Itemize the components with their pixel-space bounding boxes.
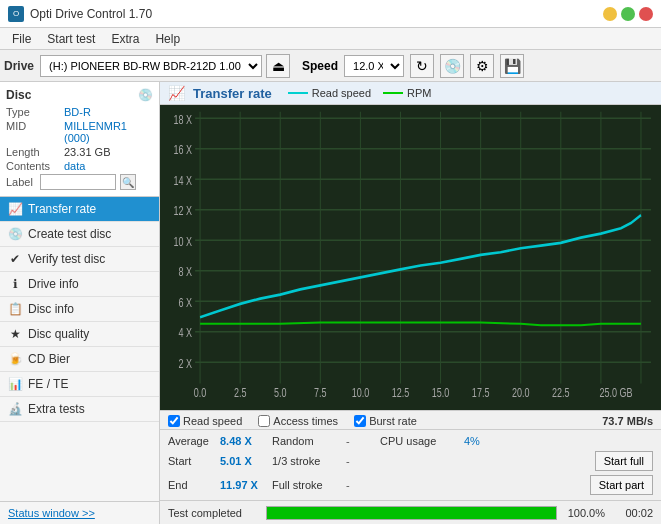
menu-file[interactable]: File xyxy=(4,30,39,48)
progress-percent: 100.0% xyxy=(565,507,605,519)
svg-text:15.0: 15.0 xyxy=(432,385,450,399)
nav-item-disc-info[interactable]: 📋 Disc info xyxy=(0,297,159,322)
disc-length-key: Length xyxy=(6,146,64,158)
svg-text:20.0: 20.0 xyxy=(512,385,530,399)
nav-label-cd-bier: CD Bier xyxy=(28,352,70,366)
stats-full-stroke-val: - xyxy=(346,479,376,491)
titlebar: O Opti Drive Control 1.70 xyxy=(0,0,661,28)
chart-legend: Read speed RPM xyxy=(288,87,432,99)
stats-start-label: Start xyxy=(168,455,216,467)
disc-label-button[interactable]: 🔍 xyxy=(120,174,136,190)
legend-read-speed-label: Read speed xyxy=(312,87,371,99)
burst-rate-checkbox[interactable] xyxy=(354,415,366,427)
drive-info-icon: ℹ xyxy=(8,277,22,291)
checkbox-read-speed[interactable]: Read speed xyxy=(168,415,242,427)
disc-label-input[interactable] xyxy=(40,174,116,190)
status-text: Test completed xyxy=(168,507,258,519)
drive-dropdown[interactable]: (H:) PIONEER BD-RW BDR-212D 1.00 xyxy=(40,55,262,77)
nav-label-transfer-rate: Transfer rate xyxy=(28,202,96,216)
svg-text:12 X: 12 X xyxy=(174,204,193,218)
nav-item-fe-te[interactable]: 📊 FE / TE xyxy=(0,372,159,397)
nav-item-disc-quality[interactable]: ★ Disc quality xyxy=(0,322,159,347)
disc-panel: Disc 💿 Type BD-R MID MILLENMR1 (000) Len… xyxy=(0,82,159,197)
nav-label-extra-tests: Extra tests xyxy=(28,402,85,416)
disc-type-row: Type BD-R xyxy=(6,106,153,118)
disc-quality-icon: ★ xyxy=(8,327,22,341)
svg-text:2.5: 2.5 xyxy=(234,385,247,399)
nav-item-extra-tests[interactable]: 🔬 Extra tests xyxy=(0,397,159,422)
disc-mid-val: MILLENMR1 (000) xyxy=(64,120,153,144)
svg-text:4 X: 4 X xyxy=(179,326,193,340)
nav-item-create-test-disc[interactable]: 💿 Create test disc xyxy=(0,222,159,247)
chart-svg: 18 X 16 X 14 X 12 X 10 X 8 X 6 X 4 X 2 X… xyxy=(160,105,661,410)
stats-average-val: 8.48 X xyxy=(220,435,268,447)
nav-label-create-test-disc: Create test disc xyxy=(28,227,111,241)
nav-item-cd-bier[interactable]: 🍺 CD Bier xyxy=(0,347,159,372)
menu-start-test[interactable]: Start test xyxy=(39,30,103,48)
stats-random-label: Random xyxy=(272,435,342,447)
settings-button[interactable]: ⚙ xyxy=(470,54,494,78)
stats-row-start: Start 5.01 X 1/3 stroke - Start full xyxy=(168,449,653,473)
svg-text:14 X: 14 X xyxy=(174,173,193,187)
disc-length-val: 23.31 GB xyxy=(64,146,110,158)
menu-help[interactable]: Help xyxy=(147,30,188,48)
stats-area: Average 8.48 X Random - CPU usage 4% Sta… xyxy=(160,429,661,500)
burst-rate-checkbox-label: Burst rate xyxy=(369,415,417,427)
svg-text:25.0 GB: 25.0 GB xyxy=(599,385,632,399)
toolbar: Drive (H:) PIONEER BD-RW BDR-212D 1.00 ⏏… xyxy=(0,50,661,82)
nav-label-fe-te: FE / TE xyxy=(28,377,68,391)
svg-text:12.5: 12.5 xyxy=(392,385,410,399)
svg-text:17.5: 17.5 xyxy=(472,385,490,399)
checkbox-burst-rate[interactable]: Burst rate xyxy=(354,415,417,427)
main-layout: Disc 💿 Type BD-R MID MILLENMR1 (000) Len… xyxy=(0,82,661,524)
svg-text:8 X: 8 X xyxy=(179,265,193,279)
stats-cpu-val: 4% xyxy=(464,435,504,447)
stats-full-stroke-label: Full stroke xyxy=(272,479,342,491)
chart-header: 📈 Transfer rate Read speed RPM xyxy=(160,82,661,105)
nav-label-verify-test-disc: Verify test disc xyxy=(28,252,105,266)
eject-button[interactable]: ⏏ xyxy=(266,54,290,78)
disc-contents-key: Contents xyxy=(6,160,64,172)
nav-item-transfer-rate[interactable]: 📈 Transfer rate xyxy=(0,197,159,222)
refresh-button[interactable]: ↻ xyxy=(410,54,434,78)
status-window-button[interactable]: Status window >> xyxy=(8,507,95,519)
close-button[interactable] xyxy=(639,7,653,21)
nav-label-disc-quality: Disc quality xyxy=(28,327,89,341)
start-full-button[interactable]: Start full xyxy=(595,451,653,471)
svg-text:6 X: 6 X xyxy=(179,295,193,309)
nav-label-drive-info: Drive info xyxy=(28,277,79,291)
stats-random-val: - xyxy=(346,435,376,447)
disc-label-key: Label xyxy=(6,176,36,188)
window-controls xyxy=(603,7,653,21)
verify-test-disc-icon: ✔ xyxy=(8,252,22,266)
disc-button[interactable]: 💿 xyxy=(440,54,464,78)
stats-row-end: End 11.97 X Full stroke - Start part xyxy=(168,473,653,497)
progress-bar-inner xyxy=(267,507,556,519)
chart-svg-area: 18 X 16 X 14 X 12 X 10 X 8 X 6 X 4 X 2 X… xyxy=(160,105,661,410)
read-speed-checkbox[interactable] xyxy=(168,415,180,427)
stats-cpu-label: CPU usage xyxy=(380,435,460,447)
minimize-button[interactable] xyxy=(603,7,617,21)
chart-checkboxes: Read speed Access times Burst rate 73.7 … xyxy=(168,413,653,429)
legend-rpm: RPM xyxy=(383,87,431,99)
app-title: Opti Drive Control 1.70 xyxy=(30,7,152,21)
speed-dropdown[interactable]: 12.0 X ↓ xyxy=(344,55,404,77)
menu-extra[interactable]: Extra xyxy=(103,30,147,48)
disc-type-key: Type xyxy=(6,106,64,118)
access-times-checkbox[interactable] xyxy=(258,415,270,427)
nav-item-drive-info[interactable]: ℹ Drive info xyxy=(0,272,159,297)
start-part-button[interactable]: Start part xyxy=(590,475,653,495)
access-times-checkbox-label: Access times xyxy=(273,415,338,427)
chart-title: Transfer rate xyxy=(193,86,272,101)
transfer-rate-icon: 📈 xyxy=(8,202,22,216)
maximize-button[interactable] xyxy=(621,7,635,21)
checkbox-access-times[interactable]: Access times xyxy=(258,415,338,427)
nav-label-disc-info: Disc info xyxy=(28,302,74,316)
cd-bier-icon: 🍺 xyxy=(8,352,22,366)
svg-text:10 X: 10 X xyxy=(174,234,193,248)
sidebar: Disc 💿 Type BD-R MID MILLENMR1 (000) Len… xyxy=(0,82,160,524)
nav-item-verify-test-disc[interactable]: ✔ Verify test disc xyxy=(0,247,159,272)
save-button[interactable]: 💾 xyxy=(500,54,524,78)
disc-length-row: Length 23.31 GB xyxy=(6,146,153,158)
app-icon: O xyxy=(8,6,24,22)
